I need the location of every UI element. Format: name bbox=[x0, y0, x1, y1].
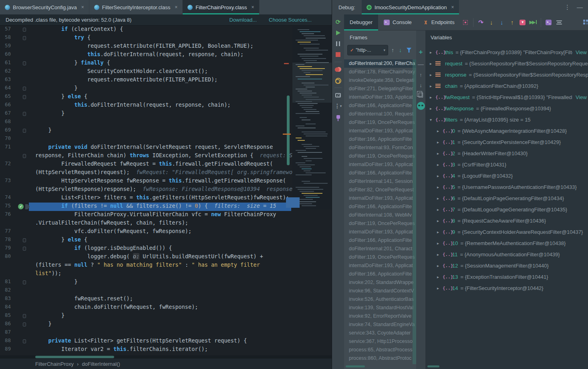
gutter[interactable]: 88 bbox=[0, 337, 35, 346]
gutter[interactable]: 65 bbox=[0, 93, 35, 101]
gutter[interactable]: 82 bbox=[0, 287, 35, 295]
variable-row-6[interactable]: ▸{..}6= {DefaultLoginPageGeneratingFilte… bbox=[426, 193, 588, 204]
code-line-69[interactable]: 69 } bbox=[0, 127, 332, 135]
gutter[interactable]: 59 bbox=[0, 43, 35, 51]
chevron-right-icon[interactable]: ▸ bbox=[437, 241, 443, 245]
frame-row-0[interactable]: doFilterInternal:200, FilterCha bbox=[344, 59, 416, 68]
rerun-icon[interactable]: ⟳ bbox=[334, 18, 342, 26]
chevron-right-icon[interactable]: ▸ bbox=[437, 196, 443, 201]
variable-row-7[interactable]: ▸{..}7= {DefaultLogoutPageGeneratingFilt… bbox=[426, 204, 588, 215]
scrollbar-thumb[interactable] bbox=[287, 95, 290, 165]
chevron-right-icon[interactable]: ▸ bbox=[430, 95, 435, 99]
step-out-icon[interactable]: ↑ bbox=[507, 17, 518, 28]
variable-row-11[interactable]: ▸{..}11= {AnonymousAuthenticationFilter@… bbox=[426, 249, 588, 260]
variable-row-14[interactable]: ▸{..}14= {FilterSecurityInterceptor@1044… bbox=[426, 282, 588, 294]
frame-row-6[interactable]: doFilterInternal:100, Request bbox=[344, 110, 416, 118]
gutter[interactable]: 60 bbox=[0, 51, 35, 59]
chevron-right-icon[interactable]: ▸ bbox=[430, 73, 435, 77]
code-line-61[interactable]: 61 } finally { bbox=[0, 59, 332, 68]
gutter[interactable] bbox=[0, 270, 35, 278]
frame-row-18[interactable]: doFilterInternal:108, WebMv bbox=[344, 211, 416, 219]
chevron-right-icon[interactable]: ▸ bbox=[430, 61, 435, 66]
code-line-71[interactable]: 71 private void doFilterInternal(Servlet… bbox=[0, 144, 332, 152]
close-icon[interactable]: × bbox=[451, 4, 454, 10]
editor-scrollbar[interactable] bbox=[283, 26, 292, 209]
variable-row-12[interactable]: ▸{..}12= {SessionManagementFilter@10440} bbox=[426, 260, 588, 271]
add-watch-icon[interactable]: + bbox=[419, 48, 423, 56]
frame-row-15[interactable]: doFilter:82, OncePerRequest bbox=[344, 186, 416, 194]
fold-marker-icon[interactable] bbox=[23, 339, 26, 343]
code-line-86[interactable]: 86 } bbox=[0, 320, 332, 329]
gutter[interactable]: 70 bbox=[0, 135, 35, 144]
fold-marker-icon[interactable] bbox=[23, 154, 26, 158]
close-icon[interactable]: × bbox=[252, 4, 254, 10]
warning-stripe-mark[interactable] bbox=[283, 134, 291, 135]
horizontal-scrollbar-thumb[interactable] bbox=[35, 356, 114, 358]
view-link[interactable]: View bbox=[572, 49, 588, 55]
resume-icon[interactable] bbox=[334, 29, 342, 36]
step-into-icon[interactable]: ↓ bbox=[486, 17, 497, 28]
variable-row-13[interactable]: ▸{..}13= {ExceptionTranslationFilter@104… bbox=[426, 271, 588, 282]
chevron-right-icon[interactable]: ▸ bbox=[437, 185, 443, 189]
gutter[interactable] bbox=[0, 186, 35, 194]
frame-row-30[interactable]: invoke:92, ErrorReportValve bbox=[344, 312, 416, 320]
mute-breakpoints-icon[interactable] bbox=[334, 77, 342, 84]
frame-row-28[interactable]: invoke:526, AuthenticatorBas bbox=[344, 295, 416, 304]
evaluate-expression-icon[interactable]: >_ bbox=[544, 17, 554, 28]
variable-row-fwRequest[interactable]: ▸{..}fwRequest= {StrictHttpFirewall$1@10… bbox=[426, 91, 588, 103]
thread-dump-icon[interactable] bbox=[334, 91, 342, 99]
fold-marker-icon[interactable] bbox=[23, 28, 26, 32]
frame-row-21[interactable]: doFilter:166, ApplicationFilte bbox=[344, 236, 416, 245]
code-line-wrap[interactable]: (HttpServletRequest)request); fwRequest:… bbox=[0, 169, 332, 177]
restore-layout-icon[interactable] bbox=[583, 20, 588, 25]
code-line-89[interactable]: 89 Iterator var2 = this.filterChains.ite… bbox=[0, 346, 332, 354]
chevron-right-icon[interactable]: ▸ bbox=[430, 50, 435, 55]
variable-row-9[interactable]: ▸{..}9= {SecurityContextHolderAwareReque… bbox=[426, 226, 588, 237]
editor-tab-2[interactable]: FilterChainProxy.class× bbox=[183, 0, 259, 14]
frame-row-10[interactable]: doFilterInternal:93, FormCon bbox=[344, 144, 416, 152]
frame-row-7[interactable]: doFilter:119, OncePerReques bbox=[344, 118, 416, 127]
gutter[interactable]: 77 bbox=[0, 228, 35, 236]
gutter[interactable]: 87 bbox=[0, 329, 35, 337]
filter-frames-icon[interactable] bbox=[407, 48, 411, 53]
code-minimap[interactable] bbox=[292, 26, 332, 209]
chevron-right-icon[interactable]: ▸ bbox=[437, 264, 443, 268]
tab-debugger[interactable]: Debugger bbox=[344, 14, 378, 30]
frame-row-4[interactable]: internalDoFilter:193, Applicat bbox=[344, 93, 416, 101]
frame-row-20[interactable]: internalDoFilter:193, Applicat bbox=[344, 228, 416, 236]
gutter[interactable]: 89 bbox=[0, 346, 35, 354]
pause-icon[interactable] bbox=[334, 40, 342, 47]
remove-watch-icon[interactable]: — bbox=[418, 61, 424, 67]
code-line-wrap[interactable]: .VirtualFilterChain(fwRequest, chain, fi… bbox=[0, 219, 332, 228]
frame-row-17[interactable]: doFilter:166, ApplicationFilte bbox=[344, 203, 416, 211]
show-execution-point-icon[interactable] bbox=[460, 17, 471, 28]
gutter[interactable]: 64 bbox=[0, 85, 35, 93]
minimize-icon[interactable]: — bbox=[577, 4, 583, 11]
variable-row-this[interactable]: ▸{..}this= {FilterChainProxy@10389} "Fil… bbox=[426, 47, 588, 58]
variable-row-0[interactable]: ▸{..}0= {WebAsyncManagerIntegrationFilte… bbox=[426, 125, 588, 136]
copy-stack-icon[interactable] bbox=[419, 93, 423, 97]
frame-row-34[interactable]: process:65, AbstractProcess bbox=[344, 346, 416, 354]
frames-hscrollbar-thumb[interactable] bbox=[346, 365, 365, 367]
gutter[interactable]: 83 bbox=[0, 295, 35, 304]
gutter[interactable]: 57 bbox=[0, 26, 35, 34]
chevron-right-icon[interactable]: ▸ bbox=[437, 129, 443, 133]
gutter[interactable]: 66 bbox=[0, 101, 35, 110]
frame-row-14[interactable]: doFilterInternal:141, Session bbox=[344, 177, 416, 186]
breadcrumb-item[interactable]: doFilterInternal() bbox=[82, 361, 120, 367]
chevron-right-icon[interactable]: ▸ bbox=[437, 275, 443, 279]
code-line-62[interactable]: 62 SecurityContextHolder.clearContext(); bbox=[0, 68, 332, 76]
variable-row-5[interactable]: ▸{..}5= {UsernamePasswordAuthenticationF… bbox=[426, 181, 588, 193]
code-line-83[interactable]: 83 fwRequest.reset(); bbox=[0, 295, 332, 304]
frame-row-5[interactable]: doFilter:166, ApplicationFilte bbox=[344, 101, 416, 110]
variables-tree[interactable]: ▸{..}this= {FilterChainProxy@10389} "Fil… bbox=[426, 47, 588, 359]
code-line-59[interactable]: 59 request.setAttribute(FILTER_APPLIED, … bbox=[0, 43, 332, 51]
code-line-wrap[interactable]: response, FilterChain chain) throws IOEx… bbox=[0, 152, 332, 160]
gutter[interactable]: 68 bbox=[0, 118, 35, 127]
code-line-58[interactable]: 58 try { bbox=[0, 34, 332, 43]
code-line-74[interactable]: 74 List<Filter> filters = this.getFilter… bbox=[0, 194, 332, 203]
fold-marker-icon[interactable] bbox=[23, 314, 26, 318]
gutter[interactable]: 62 bbox=[0, 68, 35, 76]
frame-row-35[interactable]: process:860, AbstractProtoc bbox=[344, 354, 416, 363]
gutter[interactable] bbox=[0, 262, 35, 270]
